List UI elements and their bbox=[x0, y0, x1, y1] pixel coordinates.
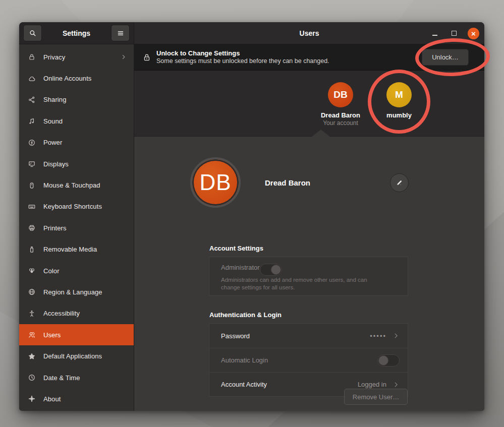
administrator-label: Administrator bbox=[221, 264, 260, 271]
edit-name-button[interactable] bbox=[390, 173, 409, 192]
sidebar-item-label: Displays bbox=[39, 160, 127, 168]
sidebar-item-region-language[interactable]: Region & Language bbox=[19, 281, 134, 302]
sidebar-item-online-accounts[interactable]: Online Accounts bbox=[19, 68, 134, 89]
profile-avatar[interactable]: DB bbox=[190, 157, 241, 208]
hamburger-menu-icon[interactable] bbox=[111, 25, 130, 41]
avatar[interactable]: DB bbox=[328, 82, 353, 107]
music-note-icon bbox=[24, 117, 39, 125]
chevron-right-icon bbox=[393, 381, 400, 388]
sidebar-item-displays[interactable]: Displays bbox=[19, 153, 134, 174]
sidebar-item-accessibility[interactable]: Accessibility bbox=[19, 303, 134, 324]
banner-subtitle: Some settings must be unlocked before th… bbox=[156, 57, 417, 66]
close-button[interactable]: × bbox=[468, 28, 479, 39]
administrator-description: Administrators can add and remove other … bbox=[221, 276, 378, 291]
pencil-icon bbox=[396, 179, 403, 187]
authentication-login-card: Password ••••• Automatic Login Account A… bbox=[209, 323, 408, 397]
minimize-button[interactable] bbox=[429, 28, 440, 39]
carousel-user-mumbly[interactable]: M mumbly bbox=[360, 82, 438, 119]
sidebar-item-date-time[interactable]: Date & Time bbox=[19, 367, 134, 388]
user-subtitle: Your account bbox=[301, 119, 380, 127]
password-value: ••••• bbox=[370, 332, 386, 340]
automatic-login-row: Automatic Login bbox=[209, 348, 408, 372]
automatic-login-label: Automatic Login bbox=[221, 356, 377, 364]
sidebar-item-label: Power bbox=[39, 139, 127, 146]
search-icon[interactable] bbox=[23, 25, 42, 41]
unlock-button[interactable]: Unlock… bbox=[422, 49, 469, 66]
sidebar-item-sound[interactable]: Sound bbox=[19, 110, 134, 132]
sidebar-item-mouse-touchpad[interactable]: Mouse & Touchpad bbox=[19, 174, 134, 196]
sidebar-item-keyboard-shortcuts[interactable]: Keyboard Shortcuts bbox=[19, 196, 134, 217]
sidebar-item-label: Color bbox=[39, 267, 127, 275]
printer-icon bbox=[24, 224, 39, 232]
color-circles-icon bbox=[24, 267, 39, 275]
main-pane: Users × Unlock to Change Settings Some s… bbox=[134, 22, 484, 411]
mouse-icon bbox=[24, 181, 39, 190]
administrator-toggle[interactable] bbox=[260, 264, 282, 276]
star-icon bbox=[24, 352, 39, 360]
sidebar-item-label: Sharing bbox=[39, 96, 127, 103]
sidebar-item-sharing[interactable]: Sharing bbox=[19, 89, 134, 110]
sidebar-list: Privacy Online Accounts Sharing Sound Po… bbox=[19, 44, 134, 411]
maximize-button[interactable] bbox=[449, 28, 460, 39]
account-activity-value: Logged in bbox=[358, 381, 386, 388]
sidebar-item-label: Accessibility bbox=[39, 310, 127, 317]
sidebar-item-label: Users bbox=[39, 331, 127, 339]
power-icon bbox=[24, 139, 39, 147]
sidebar-item-power[interactable]: Power bbox=[19, 132, 134, 153]
accessibility-icon bbox=[24, 310, 39, 318]
sidebar-item-label: Default Applications bbox=[39, 352, 127, 360]
sidebar-item-label: Region & Language bbox=[39, 288, 127, 296]
close-icon: × bbox=[471, 29, 476, 38]
sidebar-header: Settings bbox=[19, 22, 134, 44]
avatar[interactable]: M bbox=[386, 82, 412, 107]
sidebar: Settings Privacy Online Accounts Sharing bbox=[19, 22, 134, 411]
sidebar-item-color[interactable]: Color bbox=[19, 260, 134, 281]
authentication-login-heading: Authentication & Login bbox=[209, 311, 282, 319]
unlock-banner: Unlock to Change Settings Some settings … bbox=[134, 44, 484, 71]
account-activity-label: Account Activity bbox=[221, 381, 358, 388]
chevron-right-icon bbox=[393, 332, 400, 339]
sidebar-item-label: Mouse & Touchpad bbox=[39, 181, 127, 189]
sidebar-item-default-applications[interactable]: Default Applications bbox=[19, 345, 134, 367]
sidebar-item-label: Removable Media bbox=[39, 246, 127, 253]
globe-icon bbox=[24, 288, 39, 296]
sidebar-item-privacy[interactable]: Privacy bbox=[19, 46, 134, 68]
sidebar-item-label: Privacy bbox=[39, 53, 121, 61]
cloud-icon bbox=[24, 75, 39, 83]
headerbar: Users × bbox=[134, 22, 484, 44]
users-icon bbox=[24, 331, 39, 339]
sidebar-item-about[interactable]: About bbox=[19, 388, 134, 409]
password-row[interactable]: Password ••••• bbox=[209, 324, 408, 348]
user-detail-panel: DB Dread Baron Account Settings Administ… bbox=[134, 137, 484, 411]
sidebar-item-printers[interactable]: Printers bbox=[19, 217, 134, 238]
clock-icon bbox=[24, 374, 39, 382]
selected-user-indicator bbox=[312, 130, 330, 137]
toggle-knob bbox=[271, 265, 281, 275]
user-name: mumbly bbox=[360, 111, 438, 119]
keyboard-icon bbox=[24, 203, 39, 211]
sidebar-item-label: About bbox=[39, 395, 127, 403]
toggle-knob bbox=[378, 355, 388, 365]
app-title: Settings bbox=[42, 29, 111, 37]
flash-drive-icon bbox=[24, 246, 39, 254]
profile-name: Dread Baron bbox=[265, 178, 310, 187]
password-label: Password bbox=[221, 332, 370, 340]
window-controls: × bbox=[429, 22, 479, 44]
settings-window: Settings Privacy Online Accounts Sharing bbox=[19, 22, 484, 411]
sidebar-item-removable-media[interactable]: Removable Media bbox=[19, 239, 134, 260]
banner-text: Unlock to Change Settings Some settings … bbox=[156, 49, 417, 66]
user-carousel: DB Dread Baron Your account M mumbly bbox=[134, 71, 484, 137]
automatic-login-toggle[interactable] bbox=[377, 354, 400, 367]
sidebar-item-users[interactable]: Users bbox=[19, 324, 134, 345]
administrator-row: Administrator bbox=[209, 257, 408, 276]
share-icon bbox=[24, 96, 39, 104]
sidebar-item-label: Date & Time bbox=[39, 374, 127, 382]
chevron-right-icon bbox=[121, 54, 127, 60]
maximize-icon bbox=[452, 31, 457, 36]
sidebar-item-label: Sound bbox=[39, 117, 127, 125]
account-settings-heading: Account Settings bbox=[209, 245, 263, 252]
sidebar-item-label: Online Accounts bbox=[39, 75, 127, 82]
remove-user-button[interactable]: Remove User… bbox=[344, 389, 408, 405]
monitor-icon bbox=[24, 160, 39, 168]
minimize-icon bbox=[432, 35, 437, 36]
